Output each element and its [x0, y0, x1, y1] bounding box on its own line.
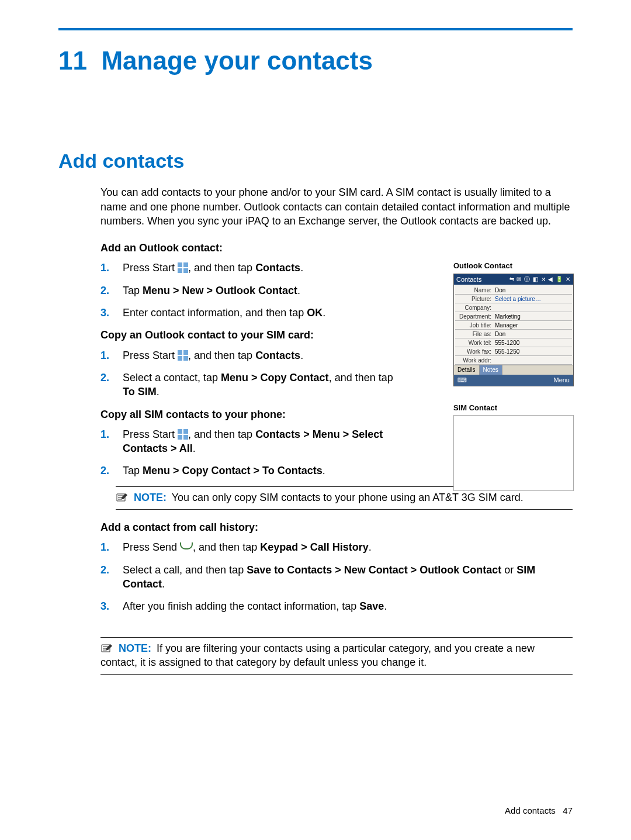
step-text: Select a contact, tap: [123, 372, 221, 383]
intro-paragraph: You can add contacts to your phone and/o…: [100, 185, 573, 228]
device-tab-bar: Details Notes: [454, 365, 573, 375]
chapter-heading: 11 Manage your contacts: [58, 43, 573, 78]
left-content-column: Add an Outlook contact: 1. Press Start ,…: [58, 241, 397, 478]
step-text: , and then tap: [188, 428, 255, 440]
device-form-row: Name:Don: [455, 286, 572, 295]
step-text: .: [384, 600, 387, 612]
step-text: Press Send: [123, 541, 180, 553]
step-text-bold: Save to Contacts > New Contact > Outlook…: [247, 564, 501, 576]
device-form-row: Job title:Manager: [455, 321, 572, 330]
step-number: 3.: [100, 306, 109, 320]
note-icon: [116, 493, 129, 503]
step-text: .: [162, 578, 165, 590]
device-form-label: Job title:: [455, 322, 494, 330]
sim-contact-screen: [453, 415, 574, 491]
step-text-bold: Contacts: [255, 350, 300, 361]
step-text: .: [300, 350, 303, 361]
device-form-row: File as:Don: [455, 330, 572, 338]
device-contact-form: Name:DonPicture:Select a picture…Company…: [454, 285, 573, 365]
step-number: 1.: [100, 540, 109, 554]
device-form-row: Work fax:555-1250: [455, 347, 572, 356]
step-item: 2. Tap Menu > Copy Contact > To Contacts…: [118, 464, 397, 478]
step-item: 1. Press Start , and then tap Contacts >…: [118, 427, 397, 456]
device-form-label: Work tel:: [455, 339, 494, 347]
device-soft-keys: ⌨ Menu: [454, 375, 573, 386]
device-form-row: Work addr:: [455, 356, 572, 365]
copy-sim-to-phone-steps: 1. Press Start , and then tap Contacts >…: [100, 427, 397, 478]
step-item: 1. Press Start , and then tap Contacts.: [118, 348, 397, 362]
device-title-bar: Contacts ⇋ ✉ ⓘ ◧ ⤨ ◀ 🔋 ✕: [454, 274, 573, 285]
device-form-label: Work fax:: [455, 348, 494, 356]
step-item: 1. Press Send , and then tap Keypad > Ca…: [118, 540, 573, 554]
device-form-value: 555-1250: [494, 348, 572, 356]
note-box-category: NOTE: If you are filtering your contacts…: [100, 637, 573, 675]
send-button-icon: [180, 542, 193, 549]
device-form-value: Manager: [494, 322, 572, 330]
step-text: , and then tap: [188, 350, 255, 361]
step-item: 3. After you finish adding the contact i…: [118, 599, 573, 613]
add-from-call-history-steps: 1. Press Send , and then tap Keypad > Ca…: [100, 540, 573, 613]
step-number: 2.: [100, 284, 109, 298]
step-text-bold: Menu > Copy Contact > To Contacts: [143, 465, 323, 476]
step-number: 2.: [100, 371, 109, 385]
right-column-illustrations: Outlook Contact Contacts ⇋ ✉ ⓘ ◧ ⤨ ◀ 🔋 ✕…: [453, 261, 573, 491]
copy-sim-to-phone-heading: Copy all SIM contacts to your phone:: [100, 407, 397, 421]
step-text-bold: To SIM: [123, 386, 157, 397]
footer-section-name: Add contacts: [505, 806, 556, 815]
device-menu-softkey: Menu: [553, 376, 570, 385]
add-outlook-contact-steps: 1. Press Start , and then tap Contacts. …: [100, 261, 397, 320]
windows-start-icon: [178, 350, 188, 361]
device-form-row: Company:: [455, 303, 572, 312]
step-text: Press Start: [123, 428, 178, 440]
step-text: , and then tap: [188, 262, 255, 274]
footer-page-number: 47: [563, 806, 573, 815]
step-text-bold: Save: [359, 600, 384, 612]
note-text: If you are filtering your contacts using…: [100, 642, 535, 668]
step-text: .: [157, 386, 160, 397]
device-form-label: Name:: [455, 286, 494, 295]
step-text-bold: OK: [307, 307, 323, 319]
note-icon: [100, 644, 113, 654]
step-text-bold: Menu > New > Outlook Contact: [143, 285, 297, 296]
step-text: Press Start: [123, 262, 178, 274]
device-status-icons: ⇋ ✉ ⓘ ◧ ⤨ ◀ 🔋 ✕: [509, 275, 571, 284]
step-text: or: [501, 564, 516, 576]
device-form-label: Company:: [455, 304, 494, 312]
sim-contact-caption: SIM Contact: [453, 403, 573, 413]
step-text-bold: Menu > Copy Contact: [221, 372, 329, 383]
copy-outlook-to-sim-steps: 1. Press Start , and then tap Contacts. …: [100, 348, 397, 399]
step-number: 2.: [100, 563, 109, 577]
step-text: Press Start: [123, 350, 178, 361]
step-text: .: [300, 262, 303, 274]
device-form-row: Department:Marketing: [455, 312, 572, 321]
tab-details: Details: [454, 365, 480, 375]
step-item: 1. Press Start , and then tap Contacts.: [118, 261, 397, 275]
step-text: Enter contact information, and then tap: [123, 307, 307, 319]
windows-start-icon: [178, 429, 188, 440]
note-label: NOTE:: [119, 642, 151, 654]
device-form-value: Don: [494, 330, 572, 338]
step-text: .: [297, 285, 300, 296]
step-item: 3. Enter contact information, and then t…: [118, 306, 397, 320]
copy-outlook-to-sim-heading: Copy an Outlook contact to your SIM card…: [100, 328, 397, 342]
step-text: After you finish adding the contact info…: [123, 600, 359, 612]
top-rule: [58, 28, 573, 30]
device-form-row: Picture:Select a picture…: [455, 295, 572, 303]
step-number: 2.: [100, 464, 109, 478]
outlook-contact-screen: Contacts ⇋ ✉ ⓘ ◧ ⤨ ◀ 🔋 ✕ Name:DonPicture…: [453, 274, 574, 386]
device-form-value: 555-1200: [494, 339, 572, 347]
chapter-title: Manage your contacts: [101, 46, 373, 75]
device-form-value: Don: [494, 286, 572, 295]
step-item: 2. Select a call, and then tap Save to C…: [118, 563, 573, 592]
step-text: Tap: [123, 285, 143, 296]
chapter-number: 11: [58, 46, 87, 75]
tab-notes: Notes: [480, 365, 502, 375]
step-text-bold: Contacts: [255, 262, 300, 274]
step-number: 1.: [100, 348, 109, 362]
device-form-label: Work addr:: [455, 357, 494, 365]
device-keyboard-icon: ⌨: [457, 376, 467, 385]
step-text: Tap: [123, 465, 143, 476]
device-form-value: Marketing: [494, 313, 572, 321]
device-app-title: Contacts: [456, 275, 481, 284]
section-heading: Add contacts: [58, 148, 573, 175]
